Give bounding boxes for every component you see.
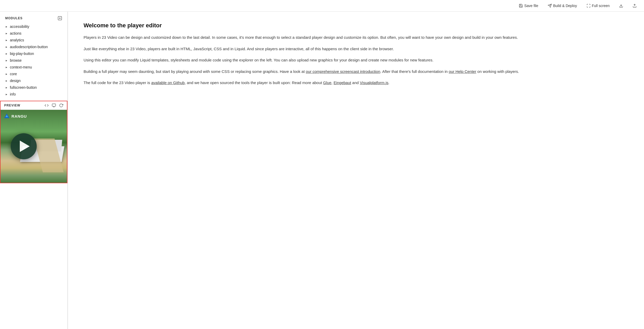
logo-text: RANGU [11, 114, 27, 118]
module-label: actions [10, 31, 21, 35]
content-title: Welcome to the player editor [84, 22, 628, 29]
expand-arrow-icon: ► [5, 79, 8, 82]
content-paragraph-4: Building a full player may seem daunting… [84, 68, 628, 75]
expand-arrow-icon: ► [5, 93, 8, 96]
expand-arrow-icon: ► [5, 52, 8, 55]
module-label: analytics [10, 38, 24, 42]
frame-view-button[interactable] [52, 103, 56, 107]
module-item[interactable]: ► design [0, 77, 67, 84]
preview-title: PREVIEW [4, 104, 20, 107]
play-triangle-icon [20, 141, 30, 152]
main-content: Welcome to the player editor Players in … [68, 12, 644, 329]
frame-icon [52, 103, 56, 107]
download-button[interactable] [617, 3, 625, 9]
new-module-button[interactable] [58, 16, 62, 21]
module-item[interactable]: ► audiodescription-button [0, 43, 67, 50]
main-layout: MODULES ► accessibility ► actions ► anal… [0, 12, 644, 329]
expand-arrow-icon: ► [5, 46, 8, 48]
module-label: audiodescription-button [10, 45, 48, 49]
modules-title: MODULES [5, 16, 23, 20]
module-item[interactable]: ► browse [0, 57, 67, 64]
expand-arrow-icon: ► [5, 25, 8, 28]
module-item[interactable]: ► big-play-button [0, 50, 67, 57]
save-icon [519, 4, 523, 8]
expand-arrow-icon: ► [5, 73, 8, 75]
svg-rect-7 [52, 104, 55, 106]
help-center-link[interactable]: our Help Center [449, 69, 476, 74]
deploy-icon [548, 4, 552, 8]
preview-section: PREVIEW [0, 101, 67, 183]
module-label: big-play-button [10, 52, 34, 56]
top-bar: Save file Build & Deploy Full screen [0, 0, 644, 12]
sidebar: MODULES ► accessibility ► actions ► anal… [0, 12, 68, 329]
download-icon [619, 4, 623, 8]
expand-arrow-icon: ► [5, 59, 8, 62]
video-preview[interactable]: RANGU [1, 110, 67, 183]
code-icon [45, 103, 49, 107]
logo-triangle-inner [5, 115, 8, 117]
full-screen-label: Full screen [592, 4, 610, 8]
module-item[interactable]: ► fullscreen-button [0, 84, 67, 91]
refresh-icon [59, 103, 63, 107]
content-paragraph-2: Just like everything else in 23 Video, p… [84, 46, 628, 52]
module-label: accessibility [10, 24, 29, 29]
play-button[interactable] [11, 133, 37, 159]
module-item[interactable]: ► actions [0, 30, 67, 37]
logo-icon [4, 113, 10, 119]
expand-arrow-icon: ► [5, 39, 8, 42]
module-label: fullscreen-button [10, 85, 37, 90]
module-label: browse [10, 58, 22, 62]
module-label: info [10, 92, 16, 96]
video-logo: RANGU [4, 113, 27, 119]
refresh-button[interactable] [59, 103, 63, 107]
logo-triangle-outer [4, 113, 9, 118]
code-view-button[interactable] [45, 103, 49, 107]
content-paragraph-1: Players in 23 Video can be design and cu… [84, 34, 628, 41]
glue-link[interactable]: Glue [323, 80, 331, 85]
upload-icon [633, 4, 637, 8]
new-module-icon [58, 16, 62, 21]
modules-header: MODULES [0, 12, 67, 23]
screencast-link[interactable]: our comprehensive screencast introductio… [306, 69, 380, 74]
module-label: core [10, 72, 17, 76]
expand-arrow-icon: ► [5, 66, 8, 69]
build-deploy-button[interactable]: Build & Deploy [546, 3, 579, 9]
save-file-label: Save file [524, 4, 538, 8]
eingebaut-link[interactable]: Eingebaut [333, 80, 351, 85]
preview-header: PREVIEW [1, 101, 67, 110]
fullscreen-icon [586, 4, 591, 8]
module-list: ► accessibility ► actions ► analytics ► … [0, 23, 67, 101]
module-item[interactable]: ► analytics [0, 37, 67, 43]
content-paragraph-5: The full code for the 23 Video player is… [84, 79, 628, 86]
module-item[interactable]: ► context-menu [0, 64, 67, 71]
preview-controls [45, 103, 63, 107]
upload-button[interactable] [630, 3, 639, 9]
expand-arrow-icon: ► [5, 32, 8, 35]
module-item[interactable]: ► info [0, 91, 67, 98]
module-item[interactable]: ► accessibility [0, 23, 67, 30]
content-paragraph-3: Using this editor you can modify Liquid … [84, 57, 628, 64]
expand-arrow-icon: ► [5, 86, 8, 89]
build-deploy-label: Build & Deploy [553, 4, 577, 8]
module-item[interactable]: ► core [0, 71, 67, 77]
module-label: design [10, 79, 21, 83]
visualplatform-link[interactable]: Visualplatform.js [360, 80, 388, 85]
full-screen-button[interactable]: Full screen [584, 3, 612, 9]
github-link[interactable]: available on Github [151, 80, 185, 85]
module-label: context-menu [10, 65, 32, 69]
save-file-button[interactable]: Save file [517, 3, 540, 9]
